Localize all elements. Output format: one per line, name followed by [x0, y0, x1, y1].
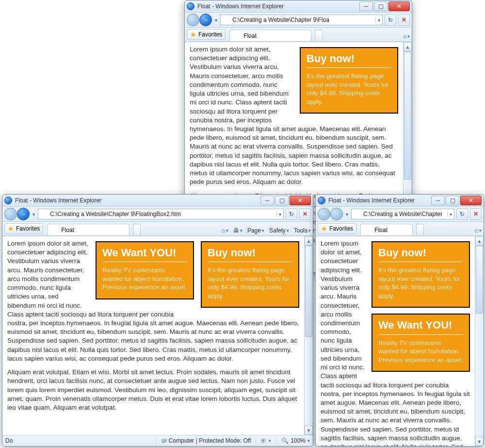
float-box-body: Reality TV contestants wanted for abject…: [378, 339, 463, 365]
favorites-button[interactable]: ★ Favorites: [318, 223, 356, 234]
forward-button[interactable]: →: [199, 14, 212, 26]
tab-icon: [365, 227, 372, 233]
home-menu[interactable]: ⌂▾: [222, 227, 228, 234]
minimize-button[interactable]: ─: [359, 1, 373, 11]
titlebar[interactable]: Float - Windows Internet Explorer ─ ▢ ✕: [316, 195, 484, 207]
page-content: Buy now! It's the greatest flating page …: [316, 236, 475, 446]
tools-menu[interactable]: Tools▾: [294, 227, 311, 234]
tab-icon: [51, 227, 58, 233]
refresh-button[interactable]: ↻: [385, 14, 396, 26]
paragraph: Aliquam erat volutpat. Etiam et wisi. Mo…: [7, 368, 299, 412]
zoom-control[interactable]: 🔍 100% ▾: [276, 437, 310, 444]
history-dropdown-icon[interactable]: ▾: [214, 17, 218, 23]
address-bar[interactable]: ▾: [38, 209, 284, 219]
scroll-thumb[interactable]: [305, 246, 312, 337]
scroll-up-button[interactable]: ▲: [404, 42, 412, 51]
chevron-down-icon: ▾: [308, 228, 311, 233]
close-button[interactable]: ✕: [388, 1, 410, 11]
float-box-body: It's the greatest flating page layout ev…: [378, 266, 463, 300]
float-box-buy: Buy now! It's the greatest flating page …: [201, 241, 299, 308]
back-button[interactable]: ←: [187, 14, 199, 26]
page-menu[interactable]: Page▾: [247, 227, 264, 234]
close-button[interactable]: ✕: [290, 196, 311, 205]
refresh-button[interactable]: ↻: [456, 208, 468, 220]
new-tab-button[interactable]: [133, 224, 141, 235]
nav-toolbar: ← → ▾ ▾ ↻ ✕: [2, 207, 313, 222]
chevron-down-icon: ▾: [479, 228, 482, 233]
favorites-label: Favorites: [198, 31, 222, 38]
address-input[interactable]: [49, 210, 275, 218]
minimize-button[interactable]: ─: [431, 196, 445, 205]
maximize-button[interactable]: ▢: [275, 196, 289, 205]
scroll-track[interactable]: [305, 246, 313, 426]
history-dropdown-icon[interactable]: ▾: [32, 212, 36, 217]
shield-icon: ⛨: [261, 437, 267, 444]
browser-tab[interactable]: Float: [360, 224, 412, 235]
scroll-down-button[interactable]: ▼: [305, 426, 313, 435]
home-menu[interactable]: ⌂▾: [403, 33, 410, 40]
page-content: Buy now! It's the greatest flating page …: [2, 236, 304, 435]
minimize-button[interactable]: ─: [260, 196, 274, 205]
titlebar[interactable]: Float - Windows Internet Explorer ─ ▢ ✕: [185, 0, 412, 13]
back-button[interactable]: ←: [318, 208, 330, 220]
float-box-want: We Want YOU! Reality TV contestants want…: [372, 314, 470, 372]
forward-button[interactable]: →: [17, 208, 30, 220]
address-input[interactable]: [231, 16, 373, 24]
float-box-buy: Buy now! It's the greatest flating page …: [300, 47, 398, 114]
new-tab-button[interactable]: [416, 224, 424, 235]
nav-toolbar: ← → ▾ ▾ ↻ ✕: [316, 207, 484, 222]
browser-tab[interactable]: Float: [229, 30, 311, 41]
site-icon: [354, 211, 360, 217]
stop-icon: ✕: [402, 17, 406, 23]
chevron-down-icon: ▾: [407, 34, 410, 39]
chevron-down-icon: ▾: [240, 228, 242, 233]
status-text: Do: [5, 437, 13, 444]
browser-tab[interactable]: Float: [47, 224, 129, 235]
address-bar[interactable]: ▾: [351, 209, 454, 219]
address-dropdown-icon[interactable]: ▾: [447, 212, 452, 217]
vertical-scrollbar[interactable]: ▲ ▼: [475, 236, 484, 446]
refresh-icon: ↻: [460, 211, 465, 217]
stop-button[interactable]: ✕: [299, 208, 311, 220]
vertical-scrollbar[interactable]: ▲ ▼: [304, 236, 313, 435]
scroll-up-button[interactable]: ▲: [305, 236, 313, 246]
computer-icon: 🖳: [161, 437, 167, 444]
scroll-thumb[interactable]: [476, 246, 483, 314]
print-menu[interactable]: 🖶▾: [233, 227, 242, 234]
address-dropdown-icon[interactable]: ▾: [276, 212, 281, 217]
scroll-down-button[interactable]: ▼: [475, 437, 484, 446]
scroll-up-button[interactable]: ▲: [475, 236, 484, 246]
float-box-body: It's the greatest flating page layout ev…: [307, 72, 391, 106]
maximize-button[interactable]: ▢: [374, 1, 388, 11]
address-input[interactable]: [362, 210, 445, 218]
window-title: Float - Windows Internet Explorer: [15, 197, 260, 204]
titlebar[interactable]: Float - Windows Internet Explorer ─ ▢ ✕: [2, 195, 313, 207]
forward-button[interactable]: →: [330, 208, 343, 220]
home-icon: ⌂: [475, 227, 478, 234]
maximize-button[interactable]: ▢: [446, 196, 459, 205]
nav-toolbar: ← → ▾ ▾ ↻ ✕: [185, 13, 412, 28]
float-box-title: We Want YOU!: [102, 247, 187, 262]
back-button[interactable]: ←: [4, 208, 17, 220]
favorites-label: Favorites: [329, 225, 353, 232]
refresh-button[interactable]: ↻: [286, 208, 297, 220]
favorites-button[interactable]: ★ Favorites: [187, 29, 226, 40]
address-dropdown-icon[interactable]: ▾: [375, 17, 380, 23]
stop-button[interactable]: ✕: [470, 208, 482, 220]
stop-button[interactable]: ✕: [398, 14, 410, 26]
home-menu[interactable]: ⌂▾: [475, 227, 482, 234]
favorites-button[interactable]: ★ Favorites: [4, 223, 43, 234]
address-bar[interactable]: ▾: [220, 15, 383, 25]
float-box-title: Buy now!: [378, 247, 463, 262]
security-zone-label: Computer | Protected Mode: Off: [169, 437, 251, 444]
chevron-down-icon: ▾: [269, 438, 271, 443]
refresh-icon: ↻: [289, 211, 294, 217]
safety-menu[interactable]: Safety▾: [269, 227, 289, 234]
close-button[interactable]: ✕: [460, 196, 482, 205]
scroll-thumb[interactable]: [404, 51, 411, 180]
tab-toolbar: ★ Favorites Float ⌂▾: [185, 28, 412, 42]
history-dropdown-icon[interactable]: ▾: [345, 212, 349, 217]
new-tab-button[interactable]: [315, 30, 323, 41]
window-title: Float - Windows Internet Explorer: [197, 3, 359, 10]
scroll-track[interactable]: [475, 246, 484, 437]
